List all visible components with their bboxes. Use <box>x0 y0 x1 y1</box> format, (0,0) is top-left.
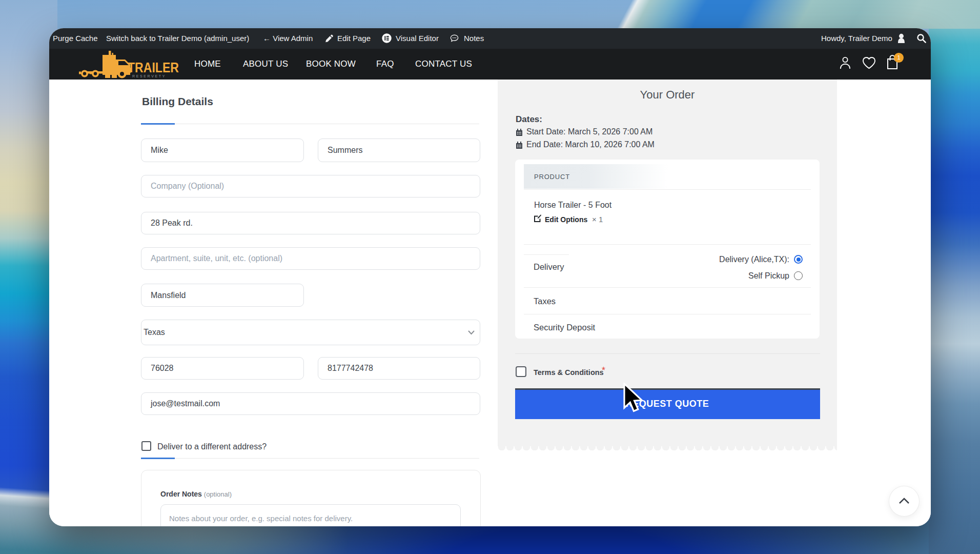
svg-text:RESERVETY: RESERVETY <box>132 74 166 78</box>
svg-text:TRAILER: TRAILER <box>128 60 179 75</box>
